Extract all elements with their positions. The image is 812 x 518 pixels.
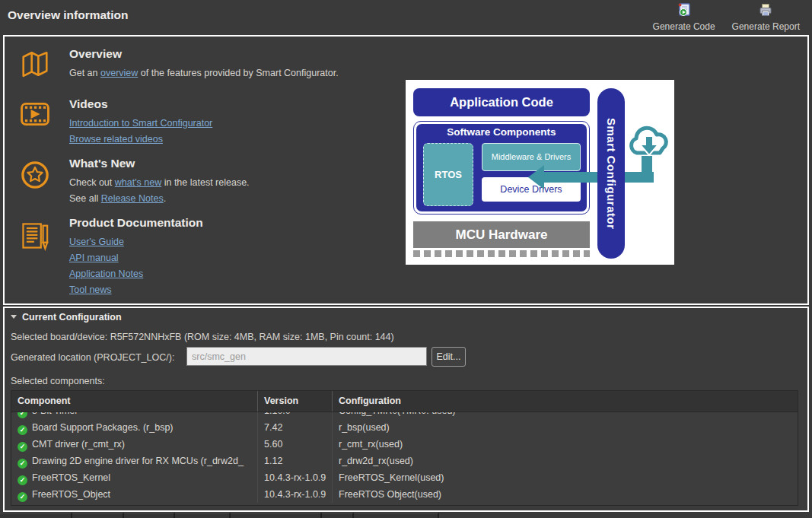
- generate-report-button[interactable]: Generate Report: [729, 2, 803, 33]
- application-notes-link[interactable]: Application Notes: [69, 266, 203, 282]
- generate-report-label: Generate Report: [732, 21, 800, 32]
- videos-heading: Videos: [69, 97, 212, 111]
- videos-intro-link[interactable]: Introduction to Smart Configurator: [69, 116, 212, 132]
- generate-code-icon: [677, 3, 691, 20]
- check-icon: ✓: [18, 425, 27, 435]
- collapse-caret-icon: [11, 315, 17, 319]
- check-icon: ✓: [18, 412, 27, 418]
- bottom-tab-stub-1[interactable]: [0, 513, 72, 518]
- whats-new-line2: See all Release Notes.: [69, 191, 250, 207]
- whats-new-line1: Check out what's new in the latest relea…: [69, 175, 250, 191]
- diagram-mcu-hardware: MCU Hardware: [413, 221, 590, 248]
- check-icon: ✓: [18, 492, 27, 502]
- generated-location-label: Generated location (PROJECT_LOC/):: [11, 352, 174, 363]
- overview-text: Get an overview of the features provided…: [69, 65, 339, 81]
- table-row[interactable]: ✓FreeRTOS_Kernel 10.4.3-rx-1.0.9 FreeRTO…: [11, 469, 798, 486]
- components-table: Component Version Configuration ✓8-Bit T…: [11, 390, 798, 506]
- diagram-arrow-head: [528, 165, 544, 189]
- components-table-header: Component Version Configuration: [11, 391, 798, 412]
- whats-new-section: What's New Check out what's new in the l…: [69, 157, 250, 207]
- documentation-icon: [20, 219, 50, 256]
- bottom-tab-stub-5[interactable]: [231, 513, 322, 518]
- whats-new-link[interactable]: what's new: [115, 177, 161, 188]
- check-icon: ✓: [18, 442, 27, 452]
- table-row[interactable]: ✓8-Bit Timer 1.10.0 Config_TMR0(TMR0: us…: [11, 412, 798, 419]
- tool-news-link[interactable]: Tool news: [69, 282, 203, 298]
- videos-section: Videos Introduction to Smart Configurato…: [69, 97, 212, 148]
- diagram-smart-configurator-bar: Smart Configurator: [597, 88, 625, 259]
- toolbar: Overview information Generate Code: [0, 0, 812, 35]
- column-component[interactable]: Component: [11, 391, 257, 412]
- generate-report-icon: [759, 3, 772, 20]
- table-row[interactable]: ✓Drawing 2D engine driver for RX MCUs (r…: [11, 453, 798, 469]
- overview-link[interactable]: overview: [100, 68, 138, 78]
- documentation-section: Product Documentation User's Guide API m…: [69, 216, 203, 298]
- bottom-tab-stub-4[interactable]: [175, 513, 231, 518]
- bottom-tab-stub-6[interactable]: [322, 513, 354, 518]
- users-guide-link[interactable]: User's Guide: [69, 234, 203, 250]
- bottom-tab-stub-7[interactable]: [354, 513, 439, 518]
- overview-section: Overview Get an overview of the features…: [69, 47, 339, 81]
- generated-location-input[interactable]: [186, 347, 427, 366]
- whats-new-icon: [20, 160, 50, 193]
- check-icon: ✓: [18, 459, 27, 469]
- release-notes-link[interactable]: Release Notes: [101, 193, 164, 204]
- overview-panel: Overview Get an overview of the features…: [3, 35, 809, 305]
- documentation-heading: Product Documentation: [69, 216, 203, 230]
- diagram-mcu-pins: [413, 250, 590, 257]
- check-icon: ✓: [18, 475, 27, 485]
- bottom-tab-stub-3[interactable]: [124, 513, 175, 518]
- column-version[interactable]: Version: [257, 391, 332, 412]
- table-row[interactable]: ✓FreeRTOS_Object 10.4.3-rx-1.0.9 FreeRTO…: [11, 486, 798, 503]
- diagram-software-components-title: Software Components: [416, 126, 587, 138]
- edit-button[interactable]: Edit...: [431, 347, 466, 367]
- bottom-tab-stub-2[interactable]: [72, 513, 124, 518]
- selected-board-device: Selected board/device: R5F572NNHxFB (ROM…: [11, 332, 394, 342]
- current-configuration-header[interactable]: Current Configuration: [5, 308, 807, 326]
- video-icon: [20, 100, 50, 131]
- current-configuration-title: Current Configuration: [22, 312, 122, 323]
- overview-heading: Overview: [69, 47, 339, 61]
- toolbar-actions: Generate Code Generate Report: [650, 2, 803, 33]
- videos-browse-link[interactable]: Browse related videos: [69, 132, 212, 148]
- generate-code-button[interactable]: Generate Code: [650, 2, 718, 33]
- components-table-body: ✓8-Bit Timer 1.10.0 Config_TMR0(TMR0: us…: [11, 412, 798, 506]
- diagram-rtos-box: RTOS: [423, 143, 473, 206]
- diagram-software-components-frame: Software Components RTOS Middleware & Dr…: [413, 121, 590, 215]
- table-row[interactable]: ✓Board Support Packages. (r_bsp) 7.42 r_…: [11, 419, 798, 436]
- api-manual-link[interactable]: API manual: [69, 250, 203, 266]
- bottom-tab-bar: [0, 513, 439, 518]
- page-title: Overview information: [8, 8, 128, 22]
- architecture-diagram: Application Code Software Components RTO…: [406, 80, 674, 265]
- map-icon: [20, 50, 50, 81]
- current-configuration-panel: Current Configuration Selected board/dev…: [3, 307, 809, 512]
- diagram-application-code: Application Code: [413, 88, 590, 116]
- column-configuration[interactable]: Configuration: [332, 391, 798, 412]
- whats-new-heading: What's New: [69, 157, 250, 170]
- selected-components-label: Selected components:: [11, 376, 105, 386]
- cloud-download-icon: [626, 124, 673, 167]
- generate-code-label: Generate Code: [653, 21, 715, 32]
- table-row[interactable]: ✓CMT driver (r_cmt_rx) 5.60 r_cmt_rx(use…: [11, 436, 798, 453]
